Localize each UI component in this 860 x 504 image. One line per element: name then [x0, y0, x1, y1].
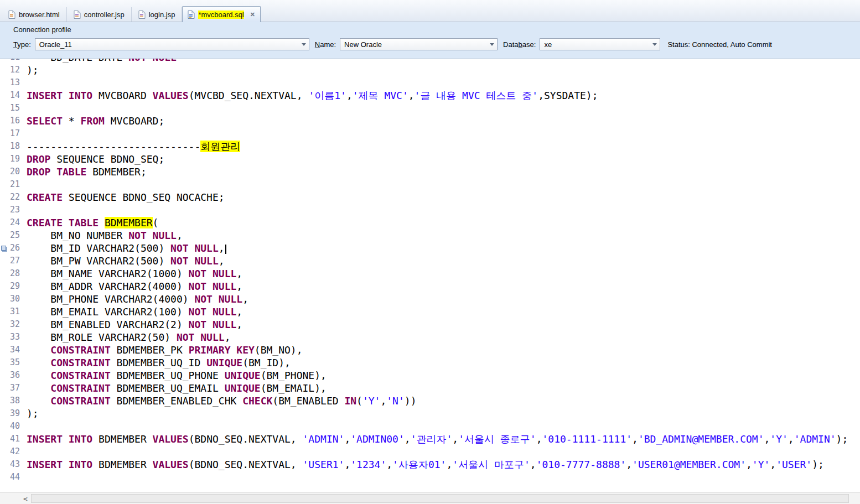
line-number-gutter[interactable]: 17 [0, 127, 22, 140]
code-line[interactable]: 30 BM_PHONE VARCHAR2(4000) NOT NULL, [0, 293, 860, 305]
sql-editor[interactable]: 11 BD_DATE DATE NOT NULL12);1314INSERT I… [0, 59, 860, 492]
tab-mvcboard-sql[interactable]: *mvcboard.sql ✕ [182, 6, 261, 22]
code-line[interactable]: 18-----------------------------회원관리 [0, 140, 860, 153]
tab-browser-html[interactable]: browser.html [2, 7, 67, 22]
name-combobox[interactable]: New Oracle [340, 38, 498, 50]
line-number-gutter[interactable]: 39 [0, 407, 22, 420]
line-number-gutter[interactable]: 25 [0, 229, 22, 242]
code-line[interactable]: 32 BM_ENABLED VARCHAR2(2) NOT NULL, [0, 318, 860, 331]
marker-column [0, 153, 7, 165]
line-number-gutter[interactable]: 43 [0, 458, 22, 471]
line-number-gutter[interactable]: 24 [0, 216, 22, 229]
code-text: BM_NO NUMBER NOT NULL, [22, 229, 183, 242]
scrollbar-thumb[interactable] [31, 494, 849, 503]
code-line[interactable]: 25 BM_NO NUMBER NOT NULL, [0, 229, 860, 242]
line-number-gutter[interactable]: 18 [0, 140, 22, 153]
code-line[interactable]: 34 CONSTRAINT BDMEMBER_PK PRIMARY KEY(BM… [0, 344, 860, 356]
code-line[interactable]: 33 BM_ROLE VARCHAR2(50) NOT NULL, [0, 331, 860, 344]
line-number-gutter[interactable]: 32 [0, 318, 22, 331]
code-line[interactable]: 14INSERT INTO MVCBOARD VALUES(MVCBD_SEQ.… [0, 89, 860, 102]
line-number-gutter[interactable]: 21 [0, 178, 22, 191]
code-text: BM_ROLE VARCHAR2(50) NOT NULL, [22, 331, 230, 344]
code-line[interactable]: 11 BD_DATE DATE NOT NULL [0, 59, 860, 64]
line-number-gutter[interactable]: 12 [0, 64, 22, 76]
code-line[interactable]: 42 [0, 445, 860, 458]
code-line[interactable]: 36 CONSTRAINT BDMEMBER_UQ_PHONE UNIQUE(B… [0, 369, 860, 382]
code-line[interactable]: 12); [0, 64, 860, 76]
close-icon[interactable]: ✕ [250, 11, 255, 18]
code-line[interactable]: 21 [0, 178, 860, 191]
marker-column [0, 369, 7, 382]
line-number-gutter[interactable]: 16 [0, 115, 22, 127]
code-line[interactable]: 29 BM_ADDR VARCHAR2(4000) NOT NULL, [0, 280, 860, 293]
code-line[interactable]: 38 CONSTRAINT BDMEMBER_ENABLED_CHK CHECK… [0, 394, 860, 407]
code-line[interactable]: 39); [0, 407, 860, 420]
line-number-gutter[interactable]: 40 [0, 420, 22, 433]
code-line[interactable]: 41INSERT INTO BDMEMBER VALUES(BDNO_SEQ.N… [0, 433, 860, 445]
marker-column [0, 420, 7, 433]
tab-controller-jsp[interactable]: controller.jsp [67, 7, 132, 22]
horizontal-scrollbar[interactable]: < [0, 492, 860, 504]
scrollbar-track[interactable] [30, 493, 850, 504]
code-text: DROP TABLE BDMEMBER; [22, 165, 147, 178]
line-number-gutter[interactable]: 14 [0, 89, 22, 102]
code-line[interactable]: 28 BM_NAME VARCHAR2(1000) NOT NULL, [0, 267, 860, 280]
line-number-gutter[interactable]: 33 [0, 331, 22, 344]
line-number-gutter[interactable]: 34 [0, 344, 22, 356]
line-number-gutter[interactable]: 15 [0, 102, 22, 115]
code-line[interactable]: 31 BM_EMAIL VARCHAR2(100) NOT NULL, [0, 305, 860, 318]
code-text: INSERT INTO BDMEMBER VALUES(BDNO_SEQ.NEX… [22, 433, 848, 445]
line-number-gutter[interactable]: 11 [0, 59, 22, 64]
scroll-left-button[interactable]: < [21, 495, 30, 503]
code-line[interactable]: 16SELECT * FROM MVCBOARD; [0, 115, 860, 127]
line-number-gutter[interactable]: 28 [0, 267, 22, 280]
code-line[interactable]: 27 BM_PW VARCHAR2(500) NOT NULL, [0, 254, 860, 267]
code-line[interactable]: 35 CONSTRAINT BDMEMBER_UQ_ID UNIQUE(BM_I… [0, 356, 860, 369]
line-number-gutter[interactable]: 42 [0, 445, 22, 458]
line-number-gutter[interactable]: 22 [0, 191, 22, 204]
line-number-gutter[interactable]: 30 [0, 293, 22, 305]
line-number: 40 [7, 420, 22, 433]
line-number-gutter[interactable]: 44 [0, 471, 22, 484]
code-text: CREATE TABLE BDMEMBER( [22, 216, 158, 229]
type-combobox[interactable]: Oracle_11 [35, 38, 309, 50]
line-number-gutter[interactable]: 26 [0, 242, 22, 254]
database-combobox[interactable]: xe [540, 38, 660, 50]
code-text: CONSTRAINT BDMEMBER_PK PRIMARY KEY(BM_NO… [22, 344, 303, 356]
line-number-gutter[interactable]: 36 [0, 369, 22, 382]
tab-login-jsp[interactable]: login.jsp [132, 7, 183, 22]
marker-column [0, 89, 7, 102]
code-line[interactable]: 22CREATE SEQUENCE BDNO_SEQ NOCACHE; [0, 191, 860, 204]
code-line[interactable]: 17 [0, 127, 860, 140]
line-number-gutter[interactable]: 19 [0, 153, 22, 165]
line-number-gutter[interactable]: 37 [0, 382, 22, 394]
line-number-gutter[interactable]: 13 [0, 76, 22, 89]
line-number: 32 [7, 318, 22, 331]
code-line[interactable]: 44 [0, 471, 860, 484]
line-number-gutter[interactable]: 41 [0, 433, 22, 445]
code-line[interactable]: 40 [0, 420, 860, 433]
line-number-gutter[interactable]: 38 [0, 394, 22, 407]
line-number-gutter[interactable]: 35 [0, 356, 22, 369]
code-line[interactable]: 20DROP TABLE BDMEMBER; [0, 165, 860, 178]
marker-column [0, 102, 7, 115]
code-line[interactable]: 19DROP SEQUENCE BDNO_SEQ; [0, 153, 860, 165]
code-line[interactable]: 13 [0, 76, 860, 89]
marker-column [0, 331, 7, 344]
code-line[interactable]: 15 [0, 102, 860, 115]
code-line[interactable]: 23 [0, 204, 860, 216]
marker-column [0, 178, 7, 191]
line-number-gutter[interactable]: 29 [0, 280, 22, 293]
code-line[interactable]: 37 CONSTRAINT BDMEMBER_UQ_EMAIL UNIQUE(B… [0, 382, 860, 394]
code-line[interactable]: 26 BM_ID VARCHAR2(500) NOT NULL, [0, 242, 860, 254]
line-number: 41 [7, 433, 22, 445]
line-number-gutter[interactable]: 23 [0, 204, 22, 216]
line-number-gutter[interactable]: 31 [0, 305, 22, 318]
code-line[interactable]: 43INSERT INTO BDMEMBER VALUES(BDNO_SEQ.N… [0, 458, 860, 471]
line-number: 16 [7, 115, 22, 127]
code-text: SELECT * FROM MVCBOARD; [22, 115, 164, 127]
line-number-gutter[interactable]: 20 [0, 165, 22, 178]
code-line[interactable]: 24CREATE TABLE BDMEMBER( [0, 216, 860, 229]
line-number-gutter[interactable]: 27 [0, 254, 22, 267]
line-number: 27 [7, 254, 22, 267]
